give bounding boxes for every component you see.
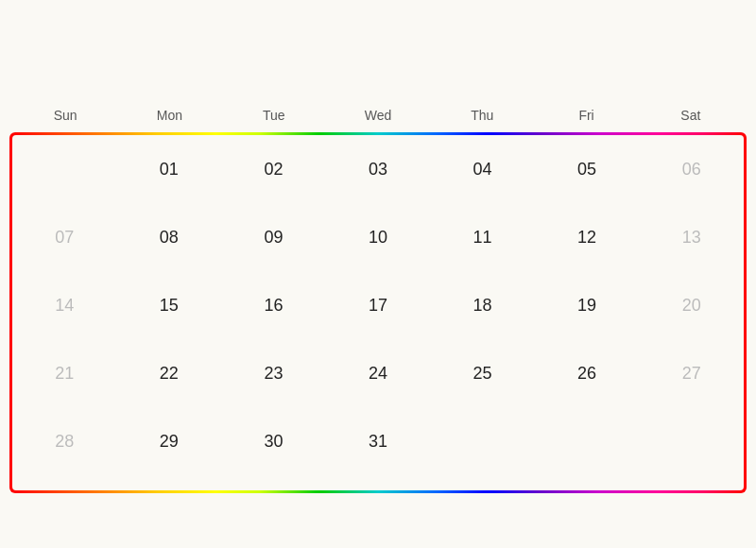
- calendar-cell[interactable]: 11: [430, 211, 535, 279]
- calendar-cell[interactable]: 28: [12, 415, 117, 483]
- calendar-cell[interactable]: 19: [535, 279, 640, 347]
- calendar-cell[interactable]: 21: [12, 347, 117, 415]
- calendar-cell[interactable]: 18: [430, 279, 535, 347]
- calendar-grid-wrapper: 0102030405060708091011121314151617181920…: [12, 135, 744, 490]
- calendar-cell[interactable]: 22: [117, 347, 222, 415]
- calendar-cell[interactable]: 15: [117, 279, 222, 347]
- calendar-cell[interactable]: 31: [326, 415, 431, 483]
- day-headers: SunMonTueWedThuFriSat: [9, 102, 747, 128]
- calendar-cell[interactable]: 05: [535, 143, 640, 211]
- calendar-cell[interactable]: 07: [12, 211, 117, 279]
- calendar-cell[interactable]: 30: [221, 415, 326, 483]
- calendar-cell[interactable]: 02: [221, 143, 326, 211]
- calendar-grid: 0102030405060708091011121314151617181920…: [12, 143, 744, 483]
- calendar-cell[interactable]: 09: [221, 211, 326, 279]
- calendar-cell: [639, 415, 744, 483]
- calendar-cell[interactable]: 04: [430, 143, 535, 211]
- calendar-cell[interactable]: 08: [117, 211, 222, 279]
- calendar-cell[interactable]: 01: [117, 143, 222, 211]
- day-header-wed: Wed: [326, 102, 430, 128]
- calendar-cell[interactable]: 24: [326, 347, 431, 415]
- calendar-cell[interactable]: 03: [326, 143, 431, 211]
- calendar-cell[interactable]: 27: [639, 347, 744, 415]
- day-header-sat: Sat: [639, 102, 743, 128]
- calendar-cell[interactable]: 17: [326, 279, 431, 347]
- calendar-cell[interactable]: 16: [221, 279, 326, 347]
- day-header-fri: Fri: [534, 102, 638, 128]
- calendar-cell[interactable]: 12: [535, 211, 640, 279]
- day-header-thu: Thu: [430, 102, 534, 128]
- day-header-tue: Tue: [222, 102, 326, 128]
- calendar-container: SunMonTueWedThuFriSat 010203040506070809…: [9, 55, 747, 493]
- calendar-cell[interactable]: 14: [12, 279, 117, 347]
- calendar-cell[interactable]: 29: [117, 415, 222, 483]
- calendar-header: [9, 55, 747, 87]
- calendar-cell[interactable]: 06: [639, 143, 744, 211]
- calendar-cell[interactable]: 25: [430, 347, 535, 415]
- calendar-cell[interactable]: 13: [639, 211, 744, 279]
- calendar-cell[interactable]: 20: [639, 279, 744, 347]
- calendar-cell: [12, 143, 117, 211]
- day-header-sun: Sun: [13, 102, 117, 128]
- calendar-cell[interactable]: 23: [221, 347, 326, 415]
- calendar-cell: [535, 415, 640, 483]
- calendar-cell[interactable]: 26: [535, 347, 640, 415]
- calendar-cell: [430, 415, 535, 483]
- calendar-rainbow-border: 0102030405060708091011121314151617181920…: [9, 132, 747, 493]
- day-header-mon: Mon: [117, 102, 221, 128]
- calendar-cell[interactable]: 10: [326, 211, 431, 279]
